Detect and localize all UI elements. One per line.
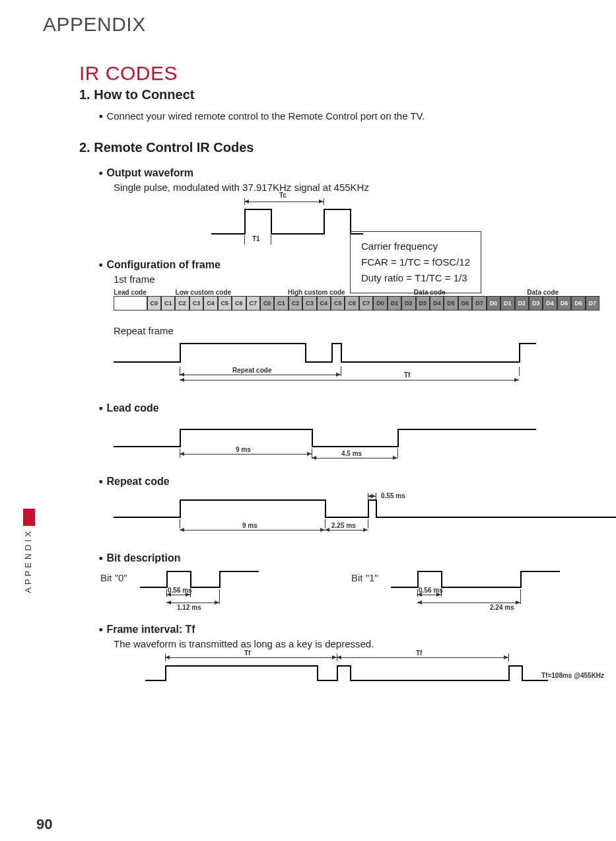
t1-label: T1: [252, 235, 260, 242]
frame-cell: D4: [543, 296, 557, 311]
tf-label-1: Tf: [244, 649, 250, 657]
repeat-2.25ms: 2.25 ms: [331, 522, 356, 529]
side-tab-marker: [23, 509, 35, 526]
lead-cell: [114, 296, 147, 311]
repeat-9ms: 9 ms: [242, 522, 257, 529]
bit1-pulse: 0.56 ms: [419, 587, 443, 594]
lead-code-heading: Lead code: [99, 402, 599, 414]
page-header: APPENDIX: [43, 13, 599, 36]
bit1-label: Bit "1": [351, 572, 378, 583]
bit1-total: 2.24 ms: [490, 604, 514, 611]
frame-cell: C2: [175, 296, 189, 311]
lead-code-label: Lead code: [114, 289, 147, 296]
carrier-frequency-box: Carrier frequency FCAR = 1/TC = fOSC/12 …: [350, 231, 481, 293]
tf-label: Tf: [404, 371, 410, 379]
lead-9ms: 9 ms: [236, 446, 251, 453]
lead-code-diagram: 9 ms 4.5 ms: [114, 426, 536, 469]
page-number: 90: [36, 816, 52, 833]
frame-cell: C5: [331, 296, 345, 311]
frame-cell: C2: [289, 296, 302, 311]
bit-description-diagram: Bit "0" 0.56 ms 1.12 ms Bit "1": [100, 568, 599, 621]
frame-cell: C7: [246, 296, 260, 311]
frame-cell: D2: [515, 296, 529, 311]
config-frame-heading: Configuration of frame: [99, 259, 599, 271]
low-custom-label: Low custom code: [147, 289, 259, 296]
connect-instruction: Connect your wired remote control to the…: [99, 110, 599, 122]
frame-cell: C0: [260, 296, 274, 311]
frame-cell: D3: [529, 296, 543, 311]
frame-cell: D0: [373, 296, 387, 311]
section-2-heading: 2. Remote Control IR Codes: [79, 140, 599, 155]
bit0-pulse: 0.56 ms: [168, 587, 192, 594]
frame-cell: C6: [345, 296, 359, 311]
frame-cell: D2: [401, 296, 415, 311]
carrier-line3: Duty ratio = T1/TC = 1/3: [361, 270, 470, 286]
frame-cell: D3: [416, 296, 430, 311]
output-waveform-heading: Output waveform: [99, 167, 599, 179]
frame-cell: C3: [302, 296, 316, 311]
frame-cell: D1: [388, 296, 401, 311]
repeat-code-diagram: 9 ms 2.25 ms 0.55 ms: [114, 490, 616, 543]
frame-cell: D7: [472, 296, 486, 311]
frame-cell: C4: [317, 296, 331, 311]
frame-cell: C7: [359, 296, 373, 311]
frame-cell: D7: [586, 296, 599, 311]
frame-interval-desc: The waveform is transmitted as long as a…: [114, 638, 599, 649]
frame-cell: C5: [218, 296, 232, 311]
frame-cell: D1: [500, 296, 514, 311]
frame-cell: D5: [444, 296, 458, 311]
carrier-line1: Carrier frequency: [361, 238, 470, 254]
repeat-code-heading: Repeat code: [99, 476, 599, 488]
output-waveform-diagram: Tc T1: [211, 197, 357, 250]
frame-cell: C1: [161, 296, 175, 311]
tf-label-2: Tf: [416, 649, 422, 657]
frame-interval-diagram: Tf Tf Tf=108ms @455KHz: [145, 653, 616, 690]
frame-cell: D5: [557, 296, 571, 311]
frame-cell: C1: [274, 296, 288, 311]
frame-cell: C6: [232, 296, 246, 311]
bit0-total: 1.12 ms: [177, 604, 201, 611]
section-1-heading: 1. How to Connect: [79, 87, 599, 102]
frame-cell: C3: [189, 296, 203, 311]
side-tab: APPENDIX: [23, 529, 35, 601]
frame-cell: D0: [487, 296, 500, 311]
bit-description-heading: Bit description: [99, 552, 599, 564]
tc-label: Tc: [279, 192, 287, 199]
frame-cell: D6: [458, 296, 472, 311]
ir-codes-title: IR CODES: [79, 62, 599, 85]
repeat-frame-diagram: Repeat code Tf: [114, 340, 536, 386]
repeat-code-label: Repeat code: [232, 367, 271, 374]
carrier-line2: FCAR = 1/TC = fOSC/12: [361, 254, 470, 270]
frame-cell: D6: [571, 296, 585, 311]
repeat-frame-label: Repeat frame: [114, 325, 599, 336]
lead-4.5ms: 4.5 ms: [341, 450, 362, 457]
frame-cell: D4: [430, 296, 444, 311]
output-waveform-desc: Single pulse, modulated with 37.917KHz s…: [114, 182, 599, 193]
data-code-2-label: Data code: [487, 289, 599, 296]
side-tab-text: APPENDIX: [23, 529, 33, 593]
bit0-label: Bit "0": [100, 572, 127, 583]
frame-cell: C4: [203, 296, 217, 311]
repeat-0.55ms: 0.55 ms: [381, 492, 405, 499]
tf-note: Tf=108ms @455KHz: [541, 672, 604, 679]
frame-interval-heading: Frame interval: Tf: [99, 624, 599, 636]
frame-cell: C0: [147, 296, 161, 311]
